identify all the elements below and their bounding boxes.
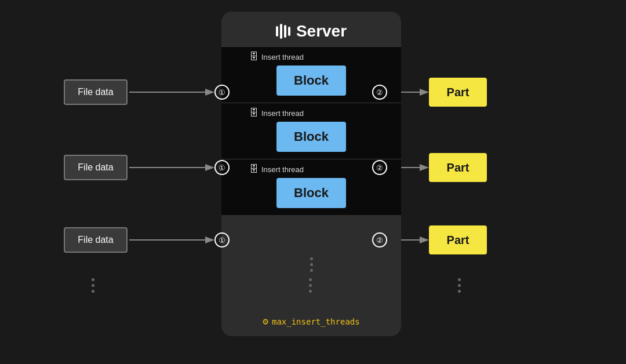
left-dots [92, 278, 94, 293]
diagram-container: Server 🗄 Insert thread Block 🗄 Insert th… [0, 0, 626, 364]
circle-1-row2: ① [214, 160, 230, 175]
server-icon [276, 24, 290, 39]
right-dot-3 [458, 290, 461, 293]
thread-label-3: 🗄 Insert thread [221, 164, 304, 174]
part-1: Part [429, 78, 487, 107]
file-data-1: File data [64, 79, 128, 105]
bottom-label: ⚙ max_insert_threads [263, 314, 359, 327]
bar3 [284, 25, 286, 38]
left-dot-3 [92, 290, 94, 293]
left-dot-1 [92, 278, 94, 281]
right-dot-1 [458, 278, 461, 281]
bar1 [276, 26, 278, 37]
db-icon-1: 🗄 [249, 52, 259, 62]
file-data-3: File data [64, 227, 128, 253]
server-dots [221, 252, 401, 278]
left-dot-2 [92, 284, 94, 287]
block-box-2: Block [276, 122, 346, 152]
server-name: Server [296, 22, 347, 41]
right-dots [458, 278, 461, 293]
thread-label-1: 🗄 Insert thread [221, 52, 304, 62]
circle-1-row3: ① [214, 232, 230, 247]
right-dot-2 [458, 284, 461, 287]
bar4 [288, 27, 290, 36]
file-data-2: File data [64, 155, 128, 180]
block-box-3: Block [276, 178, 346, 208]
db-icon-3: 🗄 [249, 164, 259, 174]
center-dot-1 [309, 278, 312, 281]
part-2: Part [429, 153, 487, 182]
center-dots [309, 278, 312, 293]
circle-2-row2: ② [372, 160, 387, 175]
dot-2 [310, 263, 313, 266]
part-3: Part [429, 225, 487, 254]
db-icon-2: 🗄 [249, 108, 259, 118]
center-dot-3 [309, 290, 312, 293]
circle-2-row3: ② [372, 232, 387, 247]
dot-3 [310, 269, 313, 272]
block-box-1: Block [276, 65, 346, 96]
dot-1 [310, 257, 313, 260]
circle-2-row1: ② [372, 85, 387, 100]
center-dot-2 [309, 284, 312, 287]
thread-row-2: 🗄 Insert thread Block [221, 103, 401, 159]
gear-icon: ⚙ [263, 316, 268, 327]
circle-1-row1: ① [214, 85, 230, 100]
server-title: Server [276, 12, 347, 46]
thread-label-2: 🗄 Insert thread [221, 108, 304, 118]
bar2 [280, 24, 282, 39]
